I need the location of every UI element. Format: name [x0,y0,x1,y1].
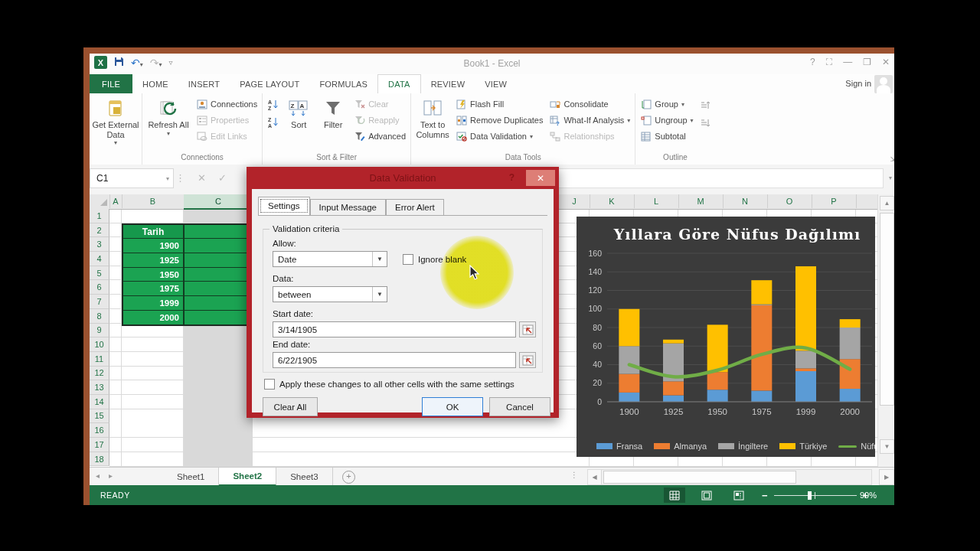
ungroup-button[interactable]: Ungroup ▾ [640,114,693,126]
sheet-tab-sheet3[interactable]: Sheet3 [276,468,332,486]
start-date-input[interactable]: 3/14/1905 [273,321,516,337]
cell-b7-year[interactable] [185,296,254,310]
subtotal-button[interactable]: Subtotal [640,130,693,142]
end-date-input[interactable]: 6/22/1905 [273,352,516,368]
row-header-8[interactable]: 8 [90,309,109,324]
end-date-range-picker-icon[interactable] [519,352,536,368]
population-chart[interactable]: 0204060801001201401601900192519501975199… [577,217,875,457]
help-icon[interactable]: ? [810,57,815,67]
cancel-entry-icon[interactable]: ✕ [198,172,206,184]
flash-fill-button[interactable]: Flash Fill [456,98,543,110]
cell-b5-year[interactable]: 1950 [123,268,185,282]
cell-b5-year[interactable] [185,268,254,282]
column-header-L[interactable]: L [634,194,679,208]
ribbon-tab-insert[interactable]: INSERT [178,74,230,93]
column-header-O[interactable]: O [767,194,812,208]
sort-button[interactable]: ZA Sort [282,96,315,130]
scroll-right-icon[interactable]: ▶ [879,469,894,485]
ribbon-tab-file[interactable]: FILE [90,74,132,93]
cell-b2-tarih[interactable]: Tarih [123,225,185,239]
row-header-14[interactable]: 14 [90,395,109,409]
text-to-columns-button[interactable]: Text to Columns [413,96,452,139]
user-avatar[interactable] [874,75,893,93]
page-break-view-icon[interactable] [728,487,750,503]
connections-button[interactable]: Connections [196,98,257,110]
dialog-title-bar[interactable]: Data Validation ? ✕ [247,167,559,189]
sort-descending-button[interactable]: ZA [267,116,279,128]
row-header-1[interactable]: 1 [90,209,109,223]
tab-settings[interactable]: Settings [258,197,310,215]
cell-b3-year[interactable] [185,239,254,253]
next-sheet-icon[interactable]: ▸ [109,471,122,480]
name-box[interactable]: C1 ▾ [90,168,174,188]
what-if-analysis-button[interactable]: ? What-If Analysis ▾ [549,114,630,126]
data-validation-dialog[interactable]: Data Validation ? ✕ Settings Input Messa… [247,167,559,418]
relationships-button[interactable]: Relationships [549,130,630,142]
ok-button[interactable]: OK [422,397,483,416]
cell-b2-tarih[interactable] [185,225,254,239]
ribbon-tab-data[interactable]: DATA [377,74,421,93]
tab-input-message[interactable]: Input Message [310,199,386,215]
column-header-C[interactable]: C [184,194,253,210]
apply-all-checkbox[interactable] [264,379,275,390]
reapply-filter-button[interactable]: Reapply [354,114,406,126]
row-header-12[interactable]: 12 [90,367,109,381]
new-sheet-button[interactable]: + [342,471,355,484]
expand-formula-bar-icon[interactable]: ▾ [889,174,892,181]
name-box-caret-icon[interactable]: ▾ [166,175,169,182]
dialog-help-icon[interactable]: ? [509,172,514,183]
scroll-left-icon[interactable]: ◀ [588,470,602,484]
row-header-5[interactable]: 5 [90,266,109,281]
show-detail-icon[interactable] [700,99,710,113]
horizontal-scroll-thumb[interactable] [603,471,796,484]
hide-detail-icon[interactable] [700,117,710,131]
advanced-filter-button[interactable]: Advanced [354,130,406,142]
clear-all-button[interactable]: Clear All [263,397,318,416]
column-header-K[interactable]: K [590,194,635,208]
row-header-17[interactable]: 17 [90,438,109,452]
data-validation-button[interactable]: Data Validation ▾ [456,130,543,142]
row-header-2[interactable]: 2 [90,223,109,238]
horizontal-scrollbar[interactable]: ◀ [587,469,872,485]
zoom-out-icon[interactable]: − [762,490,768,501]
row-header-6[interactable]: 6 [90,280,109,295]
select-all-corner[interactable] [90,194,110,208]
vertical-scrollbar[interactable]: ▲ ▼ [877,194,894,467]
cell-b6-year[interactable]: 1975 [123,282,185,295]
filter-button[interactable]: Filter [315,96,351,130]
row-header-15[interactable]: 15 [90,409,109,424]
row-header-3[interactable]: 3 [90,237,109,252]
column-header-N[interactable]: N [723,194,768,208]
row-header-9[interactable]: 9 [90,324,109,338]
scroll-down-icon[interactable]: ▼ [880,439,894,454]
cancel-button[interactable]: Cancel [489,397,550,416]
ribbon-tab-review[interactable]: REVIEW [421,74,475,93]
outline-dialog-launcher-icon[interactable]: ⇲ [890,155,894,163]
cell-b4-year[interactable]: 1925 [123,253,185,267]
page-layout-view-icon[interactable] [696,487,717,503]
ribbon-tab-page-layout[interactable]: PAGE LAYOUT [230,74,309,93]
clear-filter-button[interactable]: Clear [354,98,406,110]
zoom-slider-thumb[interactable] [808,491,812,500]
formula-bar-options-icon[interactable]: ⋮ [175,172,185,184]
sign-in-link[interactable]: Sign in [845,79,871,88]
column-header-M[interactable]: M [678,194,724,208]
prev-sheet-icon[interactable]: ◂ [96,471,109,480]
sheet-tab-sheet1[interactable]: Sheet1 [163,468,219,486]
refresh-all-button[interactable]: Refresh All ▾ [144,96,193,137]
start-date-range-picker-icon[interactable] [519,321,536,337]
group-button[interactable]: Group ▾ [640,98,693,110]
cell-b4-year[interactable] [185,253,254,267]
close-icon[interactable]: ✕ [882,57,890,67]
vertical-scroll-thumb[interactable] [880,213,894,406]
cell-b8-year[interactable]: 2000 [123,311,185,324]
ribbon-tab-home[interactable]: HOME [132,74,178,93]
row-header-4[interactable]: 4 [90,252,109,266]
allow-dropdown-caret-icon[interactable]: ▼ [372,252,387,266]
cell-b6-year[interactable] [185,282,254,295]
maximize-icon[interactable]: ❒ [863,57,871,67]
data-dropdown-caret-icon[interactable]: ▼ [372,287,387,302]
sort-ascending-button[interactable]: AZ [267,98,279,110]
zoom-level[interactable]: 90% [860,491,877,500]
row-header-18[interactable]: 18 [90,452,109,467]
